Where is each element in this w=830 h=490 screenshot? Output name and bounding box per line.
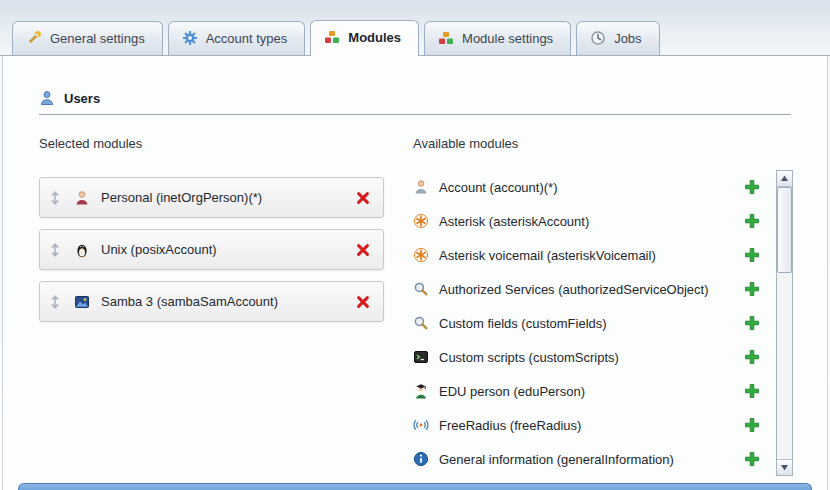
add-module-button[interactable] <box>744 179 760 195</box>
tab-icon <box>182 30 198 46</box>
tab-label: Jobs <box>614 31 641 46</box>
module-label: Authorized Services (authorizedServiceOb… <box>439 282 744 297</box>
tab-icon <box>324 29 340 45</box>
add-module-button[interactable] <box>744 281 760 297</box>
selected-modules-column: Selected modules Personal (inetOrgPerson… <box>39 115 391 476</box>
tab-label: Modules <box>348 30 401 45</box>
module-icon <box>413 451 429 467</box>
scroll-up-button[interactable] <box>777 171 792 187</box>
available-module-row-asterisk-asteriskaccount: Asterisk (asteriskAccount) <box>413 204 776 238</box>
available-modules-wrap: Account (account)(*) Asterisk (asteriskA… <box>413 170 793 476</box>
module-label: FreeRadius (freeRadius) <box>439 418 744 433</box>
drag-handle-icon[interactable] <box>50 295 60 309</box>
available-module-row-freeradius-freeradius: FreeRadius (freeRadius) <box>413 408 776 442</box>
remove-module-button[interactable] <box>355 190 371 206</box>
available-modules-header: Available modules <box>413 136 793 151</box>
content-panel: Users Selected modules Personal (inetOrg… <box>2 56 828 490</box>
module-label: Account (account)(*) <box>439 180 744 195</box>
tab-label: Account types <box>206 31 288 46</box>
tab-jobs[interactable]: Jobs <box>576 21 659 55</box>
add-module-button[interactable] <box>744 383 760 399</box>
add-module-button[interactable] <box>744 213 760 229</box>
module-label: EDU person (eduPerson) <box>439 384 744 399</box>
scrollbar-thumb[interactable] <box>777 187 792 273</box>
scrollbar[interactable] <box>776 170 793 476</box>
add-module-button[interactable] <box>744 417 760 433</box>
module-icon <box>413 213 429 229</box>
module-label: Asterisk (asteriskAccount) <box>439 214 744 229</box>
add-module-button[interactable] <box>744 315 760 331</box>
module-icon <box>74 294 90 310</box>
lam-configuration-page: General settings Account types Modules M… <box>0 0 830 490</box>
available-module-row-account-account: Account (account)(*) <box>413 170 776 204</box>
available-module-row-authorized-services-authorizedserviceobject: Authorized Services (authorizedServiceOb… <box>413 272 776 306</box>
section-header: Users <box>39 90 791 115</box>
tab-general-settings[interactable]: General settings <box>12 21 163 55</box>
tab-account-types[interactable]: Account types <box>168 21 306 55</box>
available-module-row-general-information-generalinformation: General information (generalInformation) <box>413 442 776 476</box>
users-icon <box>39 90 55 106</box>
module-label: Asterisk voicemail (asteriskVoicemail) <box>439 248 744 263</box>
add-module-button[interactable] <box>744 247 760 263</box>
columns: Selected modules Personal (inetOrgPerson… <box>39 115 793 476</box>
module-icon <box>413 383 429 399</box>
available-module-row-custom-fields-customfields: Custom fields (customFields) <box>413 306 776 340</box>
available-module-row-custom-scripts-customscripts: Custom scripts (customScripts) <box>413 340 776 374</box>
selected-module-row-samba-3-sambasamaccount[interactable]: Samba 3 (sambaSamAccount) <box>39 281 384 322</box>
available-module-row-edu-person-eduperson: EDU person (eduPerson) <box>413 374 776 408</box>
module-icon <box>413 281 429 297</box>
selected-module-row-unix-posixaccount[interactable]: Unix (posixAccount) <box>39 229 384 270</box>
add-module-button[interactable] <box>744 349 760 365</box>
section-title: Users <box>64 91 100 106</box>
scroll-down-button[interactable] <box>777 459 792 475</box>
tab-icon <box>26 30 42 46</box>
selected-modules-list: Personal (inetOrgPerson)(*) Unix (posixA… <box>39 177 391 322</box>
tab-icon <box>590 30 606 46</box>
available-modules-list: Account (account)(*) Asterisk (asteriskA… <box>413 170 776 476</box>
tab-label: Module settings <box>462 31 553 46</box>
selected-module-row-personal-inetorgperson[interactable]: Personal (inetOrgPerson)(*) <box>39 177 384 218</box>
available-module-row-asterisk-voicemail-asteriskvoicemail: Asterisk voicemail (asteriskVoicemail) <box>413 238 776 272</box>
available-modules-column: Available modules Account (account)(*) A… <box>413 115 793 476</box>
module-icon <box>413 349 429 365</box>
partial-blue-bar <box>18 483 812 490</box>
module-label: Custom fields (customFields) <box>439 316 744 331</box>
remove-module-button[interactable] <box>355 294 371 310</box>
module-icon <box>413 417 429 433</box>
drag-handle-icon[interactable] <box>50 191 60 205</box>
module-label: Unix (posixAccount) <box>101 242 355 257</box>
scrollbar-track[interactable] <box>777 187 792 459</box>
add-module-button[interactable] <box>744 451 760 467</box>
module-label: Custom scripts (customScripts) <box>439 350 744 365</box>
module-label: Samba 3 (sambaSamAccount) <box>101 294 355 309</box>
tab-icon <box>438 30 454 46</box>
module-icon <box>413 179 429 195</box>
tab-modules[interactable]: Modules <box>310 20 419 56</box>
tab-label: General settings <box>50 31 145 46</box>
module-icon <box>413 247 429 263</box>
module-label: Personal (inetOrgPerson)(*) <box>101 190 355 205</box>
drag-handle-icon[interactable] <box>50 243 60 257</box>
tab-bar: General settings Account types Modules M… <box>0 0 830 56</box>
module-icon <box>74 242 90 258</box>
module-icon <box>413 315 429 331</box>
remove-module-button[interactable] <box>355 242 371 258</box>
tab-module-settings[interactable]: Module settings <box>424 21 571 55</box>
module-icon <box>74 190 90 206</box>
module-label: General information (generalInformation) <box>439 452 744 467</box>
selected-modules-header: Selected modules <box>39 136 391 151</box>
